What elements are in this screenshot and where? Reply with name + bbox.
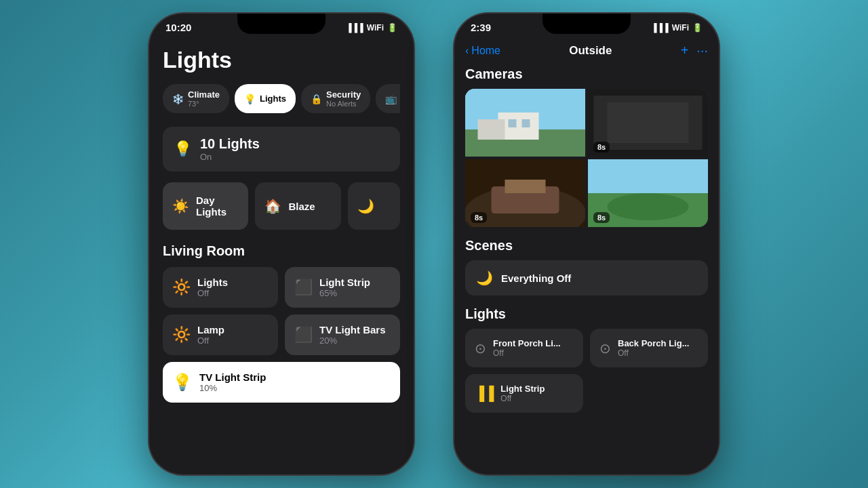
left-phone-content: Lights ❄️ Climate 73° 💡 Lights 🔒 Securit…: [149, 36, 414, 467]
left-phone: 10:20 ▐▐▐ WiFi 🔋 Lights ❄️ Climate 73° 💡…: [149, 14, 414, 474]
svg-rect-13: [588, 159, 708, 193]
lights-section-right: Lights ⊙ Front Porch Li... Off ⊙ Back Po…: [465, 306, 708, 413]
right-strip-name: Light Strip: [500, 384, 545, 394]
notch-right: [542, 14, 631, 34]
climate-sub: 73°: [188, 100, 220, 108]
nav-title-outside: Outside: [569, 44, 612, 58]
battery-icon-r: 🔋: [692, 23, 703, 33]
tab-climate[interactable]: ❄️ Climate 73°: [163, 84, 229, 113]
tv-strip-status: 10%: [199, 383, 266, 393]
cam3-badge: 8s: [471, 212, 487, 223]
tv-bars-name: TV Light Bars: [319, 324, 386, 336]
svg-rect-5: [522, 119, 530, 127]
blaze-label: Blaze: [288, 201, 315, 212]
right-phone-content: ‹ Home Outside + ··· Cameras: [454, 36, 719, 467]
security-label: Security: [326, 89, 361, 100]
device-lamp[interactable]: 🔆 Lamp Off: [163, 314, 278, 355]
lamp-icon: 🔆: [172, 326, 191, 344]
lights-tab-label: Lights: [260, 94, 286, 104]
front-porch-card[interactable]: ⊙ Front Porch Li... Off: [465, 329, 583, 367]
device-tv-light-bars[interactable]: ⬛ TV Light Bars 20%: [285, 314, 400, 355]
lights-device-icon: 🔆: [172, 279, 191, 296]
status-icons-right: ▐▐▐ WiFi 🔋: [651, 23, 703, 33]
speaker-icon: 📺: [385, 94, 397, 104]
cam2-badge: 8s: [593, 142, 610, 152]
tab-speaker[interactable]: 📺 Sp: [376, 84, 400, 113]
svg-rect-12: [505, 180, 546, 193]
lights-summary[interactable]: 💡 10 Lights On: [163, 127, 400, 171]
device-tv-light-strip[interactable]: 💡 TV Light Strip 10%: [163, 362, 400, 403]
tv-bars-icon: ⬛: [294, 326, 313, 344]
camera-4[interactable]: 8s: [588, 159, 708, 227]
camera-1[interactable]: [465, 89, 585, 157]
security-icon: 🔒: [311, 94, 322, 104]
climate-label: Climate: [188, 89, 220, 100]
right-light-strip-card[interactable]: ▐▐ Light Strip Off: [465, 374, 583, 413]
front-porch-icon: ⊙: [475, 340, 486, 357]
more-icon[interactable]: ···: [696, 43, 708, 58]
cameras-title: Cameras: [465, 66, 708, 82]
camera-2[interactable]: 8s: [588, 89, 708, 157]
light-strip-name: Light Strip: [319, 277, 370, 288]
scenes-section: Scenes 🌙 Everything Off: [465, 238, 708, 296]
wifi-icon-r: WiFi: [672, 23, 689, 33]
right-strip-status: Off: [500, 394, 545, 403]
back-porch-icon: ⊙: [599, 340, 611, 357]
lights-off-icon: 🌙: [357, 198, 374, 214]
back-porch-card[interactable]: ⊙ Back Porch Lig... Off: [590, 329, 708, 367]
wifi-icon: WiFi: [367, 23, 384, 33]
signal-icon-r: ▐▐▐: [651, 23, 669, 33]
tab-security[interactable]: 🔒 Security No Alerts: [301, 84, 370, 113]
signal-icon: ▐▐▐: [346, 23, 363, 33]
svg-rect-4: [509, 119, 517, 127]
lights-tab-icon: 💡: [244, 94, 256, 104]
light-strip-status: 65%: [319, 288, 370, 298]
security-sub: No Alerts: [326, 100, 361, 108]
lights-device-status: Off: [197, 288, 228, 298]
right-phone: 2:39 ▐▐▐ WiFi 🔋 ‹ Home Outside + ··· Cam…: [454, 14, 719, 474]
summary-bulb-icon: 💡: [174, 140, 192, 158]
camera-3[interactable]: 8s: [465, 159, 585, 227]
scene-row: ☀️ Day Lights 🏠 Blaze 🌙: [163, 182, 400, 230]
blaze-btn[interactable]: 🏠 Blaze: [255, 182, 340, 230]
time-right: 2:39: [471, 22, 491, 33]
back-porch-status: Off: [618, 348, 689, 358]
cam4-badge: 8s: [593, 212, 610, 223]
device-grid: 🔆 Lights Off ⬛ Light Strip 65%: [163, 267, 400, 355]
lights-grid-right: ⊙ Front Porch Li... Off ⊙ Back Porch Lig…: [465, 329, 708, 367]
everything-off-icon: 🌙: [476, 270, 493, 286]
lights-title-right: Lights: [465, 306, 708, 322]
add-icon[interactable]: +: [681, 43, 689, 58]
everything-off-card[interactable]: 🌙 Everything Off: [465, 260, 708, 296]
lamp-name: Lamp: [197, 324, 224, 336]
back-porch-name: Back Porch Lig...: [618, 338, 689, 348]
svg-rect-8: [608, 102, 689, 143]
scenes-title: Scenes: [465, 238, 708, 253]
blaze-icon: 🏠: [264, 198, 281, 214]
time-left: 10:20: [165, 22, 191, 33]
svg-rect-3: [478, 119, 505, 140]
tv-strip-name: TV Light Strip: [199, 371, 266, 383]
living-room-title: Living Room: [163, 243, 400, 259]
nav-back-label: Home: [471, 45, 500, 57]
front-porch-status: Off: [493, 348, 561, 358]
status-icons-left: ▐▐▐ WiFi 🔋: [346, 23, 397, 33]
front-porch-name: Front Porch Li...: [493, 338, 561, 348]
right-strip-icon: ▐▐: [475, 386, 494, 401]
lights-off-btn[interactable]: 🌙: [348, 182, 400, 230]
summary-title: 10 Lights: [200, 136, 260, 152]
light-strip-icon: ⬛: [294, 279, 313, 296]
tv-strip-icon: 💡: [172, 373, 193, 392]
day-lights-btn[interactable]: ☀️ Day Lights: [163, 182, 248, 230]
lights-device-name: Lights: [197, 277, 228, 288]
nav-back-btn[interactable]: ‹ Home: [465, 45, 500, 57]
everything-off-label: Everything Off: [501, 272, 571, 284]
svg-point-15: [608, 193, 689, 220]
back-chevron-icon: ‹: [465, 45, 469, 57]
lamp-status: Off: [197, 336, 224, 346]
nav-actions: + ···: [681, 43, 708, 58]
climate-icon: ❄️: [172, 94, 184, 104]
device-lights[interactable]: 🔆 Lights Off: [163, 267, 278, 308]
device-light-strip[interactable]: ⬛ Light Strip 65%: [285, 267, 400, 308]
tab-lights[interactable]: 💡 Lights: [235, 84, 296, 113]
